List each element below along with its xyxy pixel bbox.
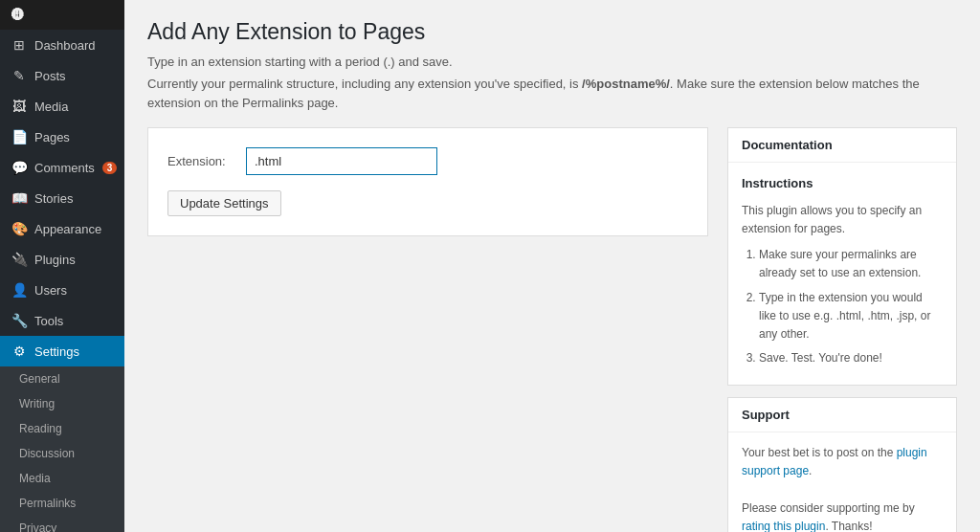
settings-icon: ⚙ xyxy=(11,344,27,359)
settings-submenu: General Writing Reading Discussion Media… xyxy=(0,366,124,532)
submenu-reading[interactable]: Reading xyxy=(0,416,124,441)
submenu-general[interactable]: General xyxy=(0,366,124,391)
documentation-header: Documentation xyxy=(728,128,956,163)
doc-sidebar: Documentation Instructions This plugin a… xyxy=(727,127,957,532)
support-body: Your best bet is to post on the plugin s… xyxy=(728,432,956,532)
sidebar-item-settings[interactable]: ⚙ Settings xyxy=(0,336,124,366)
sidebar-item-plugins[interactable]: 🔌 Plugins xyxy=(0,244,124,275)
tools-icon: 🔧 xyxy=(11,313,27,328)
page-subtitle: Type in an extension starting with a per… xyxy=(147,55,957,69)
page-title: Add Any Extension to Pages xyxy=(147,19,957,45)
documentation-card: Documentation Instructions This plugin a… xyxy=(727,127,957,386)
support-text2: Please consider supporting me by rating … xyxy=(742,499,943,532)
extension-input[interactable] xyxy=(246,147,437,175)
main-content: Add Any Extension to Pages Type in an ex… xyxy=(124,0,980,532)
dashboard-icon: ⊞ xyxy=(11,37,27,53)
instructions-body: This plugin allows you to specify an ext… xyxy=(742,202,943,238)
page-info: Currently your permalink structure, incl… xyxy=(147,75,957,112)
form-card: Extension: Update Settings xyxy=(147,127,708,236)
sidebar-item-label: Posts xyxy=(34,69,66,83)
sidebar-item-pages[interactable]: 📄 Pages xyxy=(0,122,124,152)
pages-icon: 📄 xyxy=(11,129,27,144)
plugins-icon: 🔌 xyxy=(11,252,27,267)
sidebar-item-stories[interactable]: 📖 Stories xyxy=(0,183,124,213)
sidebar-item-label: Users xyxy=(34,283,67,298)
extension-row: Extension: xyxy=(167,147,688,175)
support-header: Support xyxy=(728,398,956,432)
sidebar-item-appearance[interactable]: 🎨 Appearance xyxy=(0,213,124,244)
users-icon: 👤 xyxy=(11,282,27,298)
comments-icon: 💬 xyxy=(11,160,27,175)
update-settings-button[interactable]: Update Settings xyxy=(167,190,281,216)
sidebar-item-label: Comments xyxy=(34,161,95,175)
submenu-privacy[interactable]: Privacy xyxy=(0,516,124,532)
instructions-title: Instructions xyxy=(742,174,943,194)
submenu-discussion[interactable]: Discussion xyxy=(0,441,124,466)
wp-logo-icon: 🅦 xyxy=(11,8,24,22)
permalink-value: /%postname%/ xyxy=(582,77,670,91)
stories-icon: 📖 xyxy=(11,190,27,206)
submenu-writing[interactable]: Writing xyxy=(0,391,124,416)
rating-link[interactable]: rating this plugin xyxy=(742,520,825,532)
extension-label: Extension: xyxy=(167,154,234,168)
sidebar-item-media[interactable]: 🖼 Media xyxy=(0,91,124,122)
instructions-steps: Make sure your permalinks are already se… xyxy=(742,246,943,367)
sidebar-item-comments[interactable]: 💬 Comments 3 xyxy=(0,152,124,183)
sidebar-item-label: Pages xyxy=(34,130,70,144)
appearance-icon: 🎨 xyxy=(11,221,27,236)
sidebar-item-label: Appearance xyxy=(34,222,101,236)
content-area: Extension: Update Settings Documentation… xyxy=(147,127,957,532)
submenu-media[interactable]: Media xyxy=(0,466,124,491)
sidebar: 🅦 ⊞ Dashboard ✎ Posts 🖼 Media 📄 Pages 💬 … xyxy=(0,0,124,532)
sidebar-item-label: Media xyxy=(34,100,68,114)
sidebar-item-label: Tools xyxy=(34,314,63,328)
sidebar-item-label: Settings xyxy=(34,344,79,359)
sidebar-item-dashboard[interactable]: ⊞ Dashboard xyxy=(0,30,124,60)
step-2: Type in the extension you would like to … xyxy=(759,289,943,344)
step-1: Make sure your permalinks are already se… xyxy=(759,246,943,282)
media-icon: 🖼 xyxy=(11,99,27,114)
sidebar-item-tools[interactable]: 🔧 Tools xyxy=(0,305,124,336)
sidebar-item-users[interactable]: 👤 Users xyxy=(0,275,124,305)
documentation-body: Instructions This plugin allows you to s… xyxy=(728,163,956,385)
support-card: Support Your best bet is to post on the … xyxy=(727,397,957,532)
posts-icon: ✎ xyxy=(11,68,27,83)
info-prefix: Currently your permalink structure, incl… xyxy=(147,77,582,91)
sidebar-item-label: Stories xyxy=(34,191,73,206)
step-3: Save. Test. You're done! xyxy=(759,349,943,367)
sidebar-item-label: Dashboard xyxy=(34,38,96,53)
comments-badge: 3 xyxy=(102,162,118,174)
sidebar-logo: 🅦 xyxy=(0,0,124,30)
sidebar-item-label: Plugins xyxy=(34,253,76,267)
submenu-permalinks[interactable]: Permalinks xyxy=(0,491,124,516)
support-text: Your best bet is to post on the plugin s… xyxy=(742,444,943,480)
sidebar-item-posts[interactable]: ✎ Posts xyxy=(0,60,124,91)
